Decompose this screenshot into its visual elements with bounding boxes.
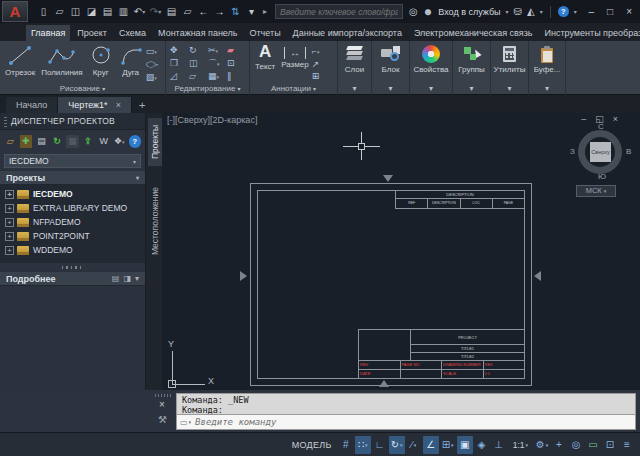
recent-commands-arrow[interactable]: ▾ (189, 419, 192, 425)
viewcube-north[interactable]: С (598, 122, 604, 131)
status-otrack[interactable]: ∠▾ (423, 436, 439, 454)
command-line-close-icon[interactable]: × (159, 399, 165, 410)
status-osnap[interactable]: ▣▾ (457, 436, 473, 454)
qat-icon-redo[interactable]: ↷▾ (148, 3, 163, 20)
projects-section-header[interactable]: Проекты ▾ (0, 170, 145, 185)
annotate-extra-table[interactable]: ⊞▾ (312, 71, 320, 81)
autodesk-app-icon[interactable]: ◭ (527, 6, 535, 17)
line-button[interactable]: Отрезок (2, 43, 38, 83)
minimize-button[interactable]: – (589, 6, 595, 17)
panel-label-modify[interactable]: Редактирование ▾ (166, 84, 249, 95)
modify-tool-stretch[interactable]: ◿▾ (170, 70, 189, 83)
expand-plus-icon[interactable]: + (5, 190, 14, 199)
qat-icon-new[interactable]: ▯▾ (36, 3, 51, 20)
qat-icon-customize[interactable]: ▾▾ (244, 3, 259, 20)
status-isodraft[interactable]: ∕▾ (406, 436, 422, 454)
status-osnap-settings[interactable]: ◈▾ (474, 436, 490, 454)
tree-item[interactable]: + NFPADEMO (0, 215, 145, 229)
status-annotation-scale[interactable]: 1:1▾ (508, 436, 533, 454)
panel-expand-utilities[interactable]: ▾ (491, 84, 528, 95)
annotate-extra-multileader[interactable]: ⌐▾ (312, 46, 320, 57)
modify-tool-trim[interactable]: ✂▾ (208, 44, 227, 57)
ribbon-tab[interactable]: Проект (72, 25, 112, 41)
ribbon-tab[interactable]: Главная (26, 25, 70, 41)
status-hamburger-menu[interactable]: ≡▾ (619, 436, 635, 454)
ribbon-panel-properties[interactable]: Свойства ▾ (410, 41, 453, 95)
ribbon-panel-groups[interactable]: Группы ▾ (453, 41, 491, 95)
tab-close-icon[interactable]: × (116, 100, 121, 110)
panel-expand-properties[interactable]: ▾ (410, 84, 452, 95)
active-project-combo[interactable]: IECDEMO ▾ (4, 154, 141, 168)
tree-item[interactable]: + POINT2POINT (0, 229, 145, 243)
ribbon-panel-block[interactable]: Блок ▾ (372, 41, 410, 95)
qat-icon-open[interactable]: ▱▾ (52, 3, 67, 20)
qat-icon-plot[interactable]: ▤▾ (100, 3, 115, 20)
status-dynamic-ucs[interactable]: ⊞▾ (440, 436, 456, 454)
modify-tool-explode[interactable]: ⊡▾ (227, 57, 246, 70)
help-icon[interactable]: ? (558, 6, 569, 17)
circle-button[interactable]: Круг (86, 43, 116, 83)
modify-tool-erase[interactable]: ▰▾ (227, 44, 246, 57)
wcs-button[interactable]: МСК ▾ (576, 185, 616, 197)
new-drawing-button[interactable]: + (132, 97, 152, 113)
project-tool-refresh[interactable]: ↻▾ (51, 135, 64, 148)
modify-tool-copy[interactable]: ❐▾ (170, 57, 189, 70)
status-polar[interactable]: ↻▾ (389, 436, 405, 454)
expand-plus-icon[interactable]: + (5, 246, 14, 255)
qat-icon-undo[interactable]: ↶▾ (132, 3, 147, 20)
qat-icon-save-as[interactable]: ◪▾ (84, 3, 99, 20)
text-button[interactable]: А Текст (252, 43, 278, 81)
panel-label-annotate[interactable]: Аннотации ▾ (250, 84, 337, 95)
project-tool-wblock[interactable]: W▾ (97, 135, 110, 148)
draw-extra-hatch[interactable]: ▨▾ (146, 72, 159, 83)
annotate-extra-leader[interactable]: ↗▾ (312, 59, 320, 69)
tab-start[interactable]: Начало (6, 97, 58, 113)
panel-label-draw[interactable]: Рисование ▾ (0, 84, 165, 95)
panel-expand-clipboard[interactable]: ▾ (529, 84, 565, 95)
search-exchange-icon[interactable]: ◎ (409, 6, 418, 17)
status-graphics-performance[interactable]: ▭▾ (585, 436, 601, 454)
dimension-button[interactable]: ↔ Размер (278, 43, 312, 81)
status-model[interactable]: МОДЕЛЬ▾ (287, 436, 337, 454)
search-input[interactable] (275, 4, 403, 19)
qat-expand-icon[interactable]: ▸ (263, 7, 267, 16)
viewcube-east[interactable]: В (626, 147, 631, 156)
polyline-button[interactable]: Полилиния (38, 43, 86, 83)
expand-plus-icon[interactable]: + (5, 204, 14, 213)
qat-icon-folder[interactable]: ▱▾ (180, 3, 195, 20)
command-input[interactable] (195, 417, 632, 427)
close-button[interactable]: × (626, 6, 632, 17)
command-line-customize-icon[interactable]: ⚒ (158, 414, 167, 425)
status-osnap-3d[interactable]: ⊥▾ (491, 436, 507, 454)
tree-item[interactable]: + WDDEMO (0, 243, 145, 257)
viewport-controls-label[interactable]: [-][Сверху][2D-каркас] (167, 115, 257, 125)
modify-tool-move[interactable]: ✥▾ (170, 44, 189, 57)
modify-tool-rotate[interactable]: ↻▾ (189, 44, 208, 57)
app-store-cart-icon[interactable]: ⛁ (514, 6, 522, 17)
palette-header[interactable]: ДИСПЕТЧЕР ПРОЕКТОВ (0, 113, 145, 130)
project-tool-publish[interactable]: ⇪▾ (82, 135, 95, 148)
palette-grip[interactable] (4, 116, 7, 127)
qat-icon-back[interactable]: ←▾ (196, 3, 211, 20)
status-grid[interactable]: #▾ (338, 436, 354, 454)
command-prompt-icon[interactable]: ▭ (180, 418, 188, 427)
arc-button[interactable]: Дуга (116, 43, 146, 83)
ribbon-panel-layers[interactable]: Слои ▾ (338, 41, 372, 95)
ribbon-panel-clipboard[interactable]: Буфе... ▾ (529, 41, 566, 95)
qat-icon-save[interactable]: ◫▾ (68, 3, 83, 20)
details-section-header[interactable]: Подробнее ▤ ◨ ▾ (0, 271, 145, 286)
project-tool-task-list[interactable]: ▦▾ (66, 135, 79, 148)
project-tool-help[interactable]: ?▾ (129, 135, 142, 148)
status-annotation-visibility[interactable]: ⚙▾ (534, 436, 550, 454)
viewcube-west[interactable]: З (570, 147, 575, 156)
panel-expand-groups[interactable]: ▾ (453, 84, 490, 95)
app-menu-button[interactable]: A (2, 1, 28, 22)
app-dropdown-arrow[interactable]: ▾ (540, 8, 543, 15)
status-snap[interactable]: ∷▾ (355, 436, 371, 454)
qat-icon-print[interactable]: ▤▾ (164, 3, 179, 20)
ribbon-tab[interactable]: Электромеханическая связь (409, 25, 538, 41)
qat-icon-sheet-set[interactable]: ▥▾ (116, 3, 131, 20)
drawing-viewport[interactable]: [-][Сверху][2D-каркас] – ◱ × С Ю З В Све… (162, 113, 640, 390)
status-isolate-objects[interactable]: ◎▾ (568, 436, 584, 454)
chevron-down-icon[interactable]: ▾ (135, 274, 139, 283)
